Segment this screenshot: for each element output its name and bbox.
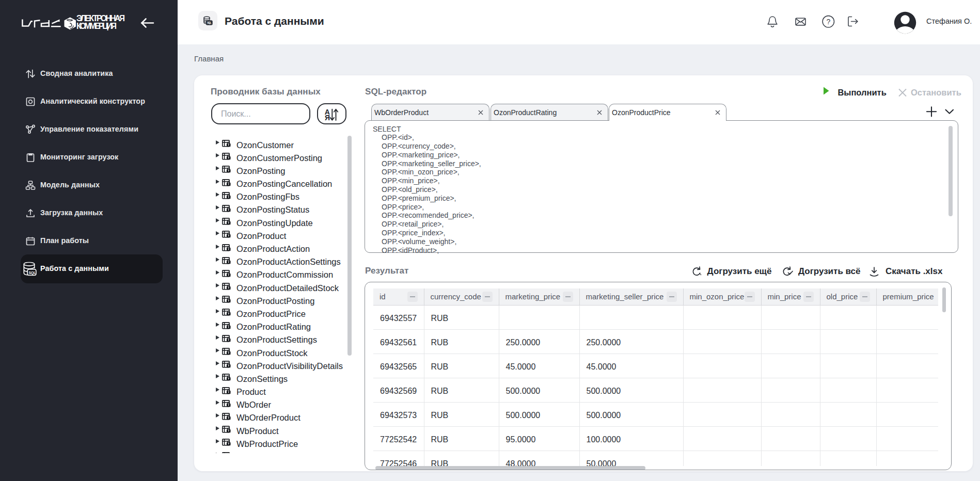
svg-text:Остановить: Остановить [911,88,961,97]
svg-text:Скачать .xlsx: Скачать .xlsx [886,266,943,276]
svg-text:?: ? [827,18,831,26]
svg-text:Выполнить: Выполнить [837,88,886,97]
svg-text:Догрузить ещё: Догрузить ещё [707,266,772,276]
svg-text:КОММЕРЦИЯ: КОММЕРЦИЯ [76,22,117,30]
svg-text:SQL: SQL [207,21,212,24]
svg-text:Я: Я [325,114,330,122]
svg-text:Догрузить всё: Догрузить всё [798,266,861,276]
svg-text:SQL: SQL [28,271,36,275]
